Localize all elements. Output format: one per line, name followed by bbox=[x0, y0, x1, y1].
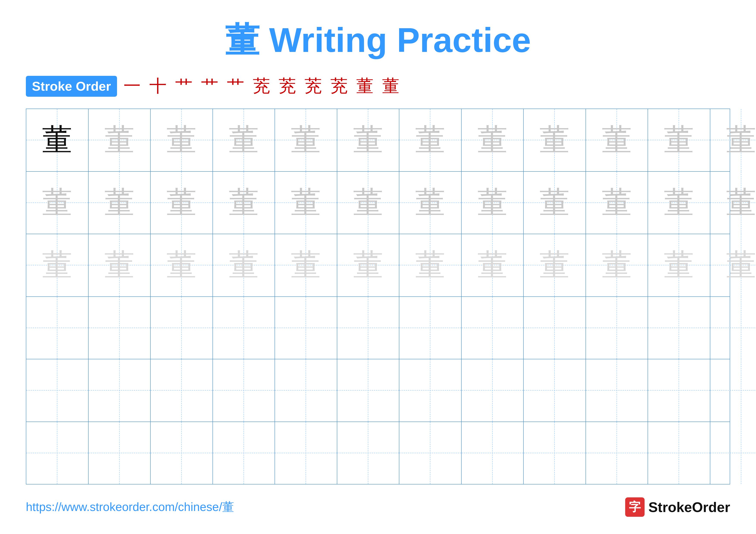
stroke-step-5: 艹 bbox=[227, 75, 244, 98]
grid-cell[interactable]: 董 bbox=[337, 109, 399, 171]
stroke-step-2: 十 bbox=[149, 75, 167, 98]
footer: https://www.strokeorder.com/chinese/董 字 … bbox=[26, 497, 730, 517]
grid-cell[interactable]: 董 bbox=[89, 234, 151, 296]
char-light: 董 bbox=[602, 182, 632, 223]
grid-cell[interactable]: 董 bbox=[524, 172, 586, 234]
grid-cell[interactable] bbox=[89, 422, 151, 484]
char-lighter: 董 bbox=[726, 245, 756, 286]
grid-cell[interactable] bbox=[213, 297, 275, 359]
grid-cell[interactable] bbox=[89, 297, 151, 359]
grid-cell[interactable]: 董 bbox=[648, 234, 710, 296]
char-lighter: 董 bbox=[353, 245, 383, 286]
grid-cell[interactable] bbox=[150, 297, 213, 359]
grid-cell[interactable] bbox=[399, 297, 462, 359]
grid-cell[interactable]: 董 bbox=[462, 234, 524, 296]
grid-cell[interactable]: 董 bbox=[710, 109, 756, 171]
grid-cell[interactable] bbox=[648, 359, 710, 421]
grid-cell[interactable]: 董 bbox=[648, 109, 710, 171]
grid-cell[interactable]: 董 bbox=[337, 234, 399, 296]
grid-cell[interactable] bbox=[275, 297, 337, 359]
grid-cell[interactable]: 董 bbox=[26, 109, 89, 171]
grid-cell[interactable] bbox=[275, 422, 337, 484]
grid-cell[interactable]: 董 bbox=[213, 172, 275, 234]
grid-cell[interactable] bbox=[150, 359, 213, 421]
char-light: 董 bbox=[229, 119, 259, 161]
char-lighter: 董 bbox=[477, 245, 507, 286]
grid-cell[interactable]: 董 bbox=[648, 172, 710, 234]
grid-cell[interactable]: 董 bbox=[399, 234, 462, 296]
grid-cell[interactable]: 董 bbox=[586, 234, 648, 296]
grid-cell[interactable] bbox=[26, 422, 89, 484]
char-light: 董 bbox=[602, 119, 632, 161]
grid-cell[interactable]: 董 bbox=[462, 109, 524, 171]
char-light: 董 bbox=[353, 182, 383, 223]
grid-cell[interactable]: 董 bbox=[586, 109, 648, 171]
char-light: 董 bbox=[664, 119, 694, 161]
grid-cell[interactable] bbox=[462, 359, 524, 421]
grid-cell[interactable] bbox=[337, 359, 399, 421]
grid-cell[interactable] bbox=[150, 422, 213, 484]
grid-cell[interactable]: 董 bbox=[213, 109, 275, 171]
stroke-step-10: 董 bbox=[356, 75, 373, 98]
grid-cell[interactable] bbox=[648, 422, 710, 484]
grid-cell[interactable] bbox=[275, 359, 337, 421]
grid-cell[interactable] bbox=[648, 297, 710, 359]
writing-grid[interactable]: 董 董 董 董 董 董 董 董 董 董 董 董 董 董 董 董 董 董 董 董 … bbox=[26, 109, 730, 484]
stroke-order-row: Stroke Order 一 十 艹 艹 艹 茺 茺 茺 茺 董 董 bbox=[26, 75, 730, 98]
grid-cell[interactable]: 董 bbox=[275, 172, 337, 234]
grid-row-5 bbox=[26, 359, 730, 422]
grid-cell[interactable]: 董 bbox=[399, 109, 462, 171]
char-lighter: 董 bbox=[229, 245, 259, 286]
char-light: 董 bbox=[539, 182, 570, 223]
grid-cell[interactable] bbox=[213, 359, 275, 421]
grid-cell[interactable] bbox=[524, 297, 586, 359]
stroke-step-6: 茺 bbox=[253, 75, 270, 98]
grid-cell[interactable]: 董 bbox=[586, 172, 648, 234]
grid-cell[interactable] bbox=[399, 422, 462, 484]
grid-cell[interactable] bbox=[586, 297, 648, 359]
grid-cell[interactable] bbox=[524, 359, 586, 421]
grid-cell[interactable]: 董 bbox=[710, 172, 756, 234]
grid-cell[interactable] bbox=[710, 297, 756, 359]
char-light: 董 bbox=[166, 182, 197, 223]
char-lighter: 董 bbox=[539, 245, 570, 286]
grid-cell[interactable]: 董 bbox=[150, 172, 213, 234]
grid-cell[interactable]: 董 bbox=[275, 234, 337, 296]
grid-cell[interactable] bbox=[26, 297, 89, 359]
grid-cell[interactable] bbox=[586, 359, 648, 421]
grid-cell[interactable]: 董 bbox=[275, 109, 337, 171]
footer-url[interactable]: https://www.strokeorder.com/chinese/董 bbox=[26, 499, 234, 515]
grid-cell[interactable] bbox=[462, 297, 524, 359]
grid-cell[interactable]: 董 bbox=[89, 109, 151, 171]
grid-cell[interactable]: 董 bbox=[150, 234, 213, 296]
grid-cell[interactable]: 董 bbox=[26, 234, 89, 296]
char-light: 董 bbox=[415, 119, 445, 161]
grid-cell[interactable]: 董 bbox=[89, 172, 151, 234]
grid-cell[interactable] bbox=[462, 422, 524, 484]
grid-cell[interactable] bbox=[710, 359, 756, 421]
strokeorder-icon: 字 bbox=[625, 497, 645, 517]
title-section: 董 Writing Practice bbox=[26, 17, 730, 64]
grid-cell[interactable]: 董 bbox=[710, 234, 756, 296]
grid-cell[interactable] bbox=[399, 359, 462, 421]
grid-cell[interactable]: 董 bbox=[524, 234, 586, 296]
stroke-step-7: 茺 bbox=[279, 75, 296, 98]
grid-cell[interactable] bbox=[26, 359, 89, 421]
stroke-steps: 一 十 艹 艹 艹 茺 茺 茺 茺 董 董 bbox=[123, 75, 399, 98]
grid-cell[interactable] bbox=[337, 297, 399, 359]
grid-cell[interactable] bbox=[213, 422, 275, 484]
grid-cell[interactable]: 董 bbox=[524, 109, 586, 171]
grid-row-2: 董 董 董 董 董 董 董 董 董 董 董 董 董 bbox=[26, 172, 730, 234]
grid-cell[interactable]: 董 bbox=[26, 172, 89, 234]
grid-cell[interactable]: 董 bbox=[213, 234, 275, 296]
grid-cell[interactable] bbox=[710, 422, 756, 484]
grid-cell[interactable] bbox=[337, 422, 399, 484]
grid-cell[interactable] bbox=[586, 422, 648, 484]
grid-cell[interactable]: 董 bbox=[399, 172, 462, 234]
grid-cell[interactable] bbox=[524, 422, 586, 484]
grid-cell[interactable]: 董 bbox=[462, 172, 524, 234]
grid-cell[interactable]: 董 bbox=[150, 109, 213, 171]
grid-cell[interactable] bbox=[89, 359, 151, 421]
grid-cell[interactable]: 董 bbox=[337, 172, 399, 234]
char-light: 董 bbox=[229, 182, 259, 223]
